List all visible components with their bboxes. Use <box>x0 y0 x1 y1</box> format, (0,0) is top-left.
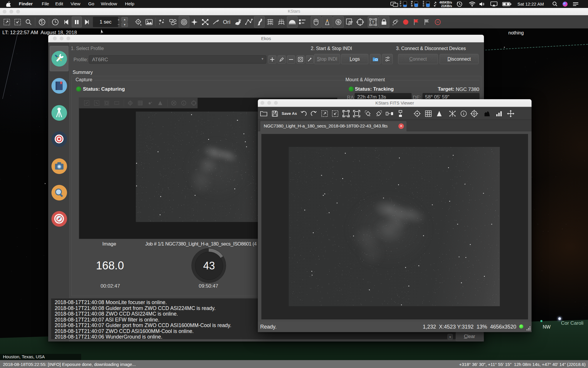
svg-text:T: T <box>372 20 374 24</box>
